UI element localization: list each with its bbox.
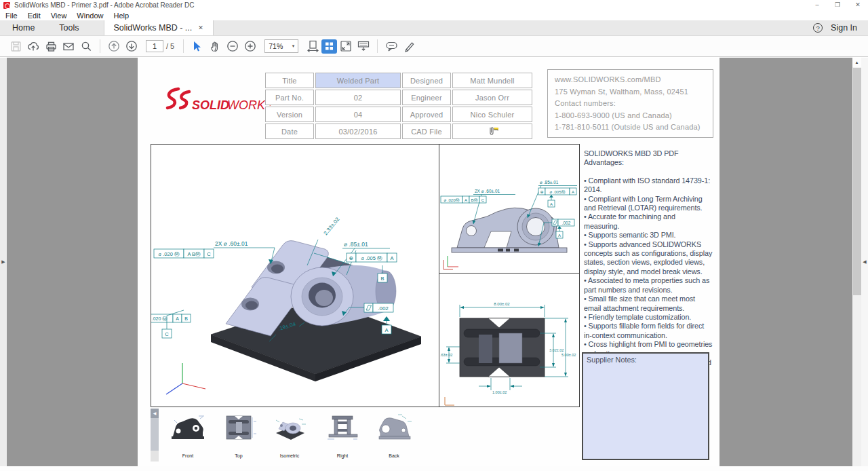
contact-url[interactable]: www.SOLIDWORKS.com/MBD (555, 74, 706, 86)
fullscreen-icon[interactable] (337, 38, 355, 54)
zoom-in-icon[interactable] (241, 38, 259, 54)
left-panel-strip[interactable]: ▶ (0, 58, 7, 466)
thumbnail-top[interactable] (220, 412, 258, 446)
svg-text:⌀ .005Ⓜ: ⌀ .005Ⓜ (550, 190, 566, 194)
tab-document[interactable]: SolidWorks MBD - ... ✕ (104, 20, 214, 35)
advantage-bullet: • Compliant with Long Term Archiving and… (584, 195, 713, 213)
side-datum-a: A (550, 202, 553, 206)
svg-text:.002: .002 (562, 221, 571, 225)
svg-text:C: C (481, 198, 485, 202)
side-hole-callout: 2X ⌀ .60±.01 (475, 189, 500, 193)
title-label: Title (265, 73, 314, 88)
share-upload-icon[interactable] (24, 38, 42, 54)
search-icon[interactable] (77, 38, 95, 54)
acrobat-app-icon (3, 2, 10, 9)
thumbnail-right[interactable] (323, 412, 361, 446)
tab-tools[interactable]: Tools (47, 20, 91, 35)
cad-file-label: CAD File (402, 124, 451, 139)
menu-view[interactable]: View (51, 12, 67, 20)
previous-page-icon[interactable] (105, 38, 123, 54)
fit-width-icon[interactable] (304, 38, 321, 54)
save-icon[interactable] (7, 38, 24, 54)
menu-file[interactable]: File (5, 12, 18, 20)
svg-text:B: B (184, 316, 188, 321)
cad-file-attachment[interactable] (452, 124, 532, 139)
next-page-icon[interactable] (123, 38, 140, 54)
page-display-mode-icon[interactable] (321, 39, 337, 54)
side-view[interactable]: 2X ⌀ .60±.01 ⌀ .020Ⓜ A BⓂ C ⌀ .85±.01 (439, 144, 580, 274)
thumbnail-scroll-thumb[interactable] (151, 418, 159, 451)
main-3d-view[interactable]: 2X ⌀ .60±.01 ⌀ .020 Ⓜ A BⓂ C 2.33±.02 ⌀ … (151, 144, 439, 407)
page-number-input[interactable] (146, 40, 163, 52)
thumbnail-label-top: Top (220, 453, 258, 458)
pdf-page: SOLID WORKS Title Welded Part Designed M… (138, 58, 719, 466)
main-datum-a: A (384, 327, 388, 333)
svg-text:.020 Ⓜ: .020 Ⓜ (152, 316, 167, 321)
help-icon[interactable]: ? (813, 23, 823, 33)
collapse-right-panel-icon[interactable]: ◀ (863, 259, 866, 265)
thumbnail-scroll-track[interactable] (151, 418, 159, 461)
advantages-heading: SOLIDWORKS MBD 3D PDF Advantages: (584, 149, 713, 168)
side-boss-fcf: ⊕ ⌀ .005Ⓜ A (538, 188, 576, 195)
sign-in-button[interactable]: Sign In (831, 23, 857, 33)
top-view[interactable]: 8.00±.02 3.02±.02 5.00±.02 .63±.02 1.00±… (439, 273, 580, 407)
main-boss-fcf: ⊕ ⌀ .005 Ⓜ A (347, 253, 397, 262)
contact-phone-intl: 1-781-810-5011 (Outside US and Canada) (555, 121, 706, 134)
toolbar-divider (183, 39, 184, 53)
scroll-up-icon[interactable]: ▲ (852, 58, 861, 67)
thumbnail-label-isometric: Isometric (271, 453, 309, 458)
version-label: Version (265, 107, 314, 122)
advantage-bullet: • Compliant with ISO standard 14739-1: 2… (584, 176, 713, 195)
zoom-level-dropdown[interactable]: 71% ▾ (264, 39, 298, 53)
toolbar-divider (377, 39, 378, 53)
thumbnail-scroll-left-icon[interactable]: ◀ (151, 409, 159, 418)
advantages-text: SOLIDWORKS MBD 3D PDF Advantages: • Comp… (584, 149, 713, 367)
advantage-bullet: • Supports fillable form fields for dire… (584, 322, 713, 340)
vertical-scrollbar[interactable]: ▲ (852, 58, 861, 466)
thumbnail-label-front: Front (169, 453, 207, 458)
highlighter-icon[interactable] (400, 38, 418, 54)
expand-left-panel-icon[interactable]: ▶ (1, 259, 5, 265)
print-icon[interactable] (42, 38, 60, 54)
tab-document-label: SolidWorks MBD - ... (114, 23, 193, 33)
side-hole-fcf: ⌀ .020Ⓜ A BⓂ C (441, 196, 486, 203)
svg-text:BⓂ: BⓂ (471, 198, 477, 202)
zoom-out-icon[interactable] (224, 38, 241, 54)
tab-home[interactable]: Home (0, 20, 47, 35)
hand-tool-icon[interactable] (206, 38, 224, 54)
thumbnail-back[interactable] (375, 412, 413, 446)
supplier-notes-field[interactable]: Supplier Notes: (582, 352, 709, 460)
main-width-dim: 2.33±.02 (323, 216, 341, 236)
supplier-notes-label: Supplier Notes: (587, 356, 637, 364)
title-value-field[interactable]: Welded Part (315, 73, 401, 88)
svg-text:A: A (176, 316, 179, 321)
svg-text:A BⓂ: A BⓂ (187, 251, 201, 257)
thumbnail-scrollbar[interactable]: ◀ (151, 409, 159, 461)
menu-edit[interactable]: Edit (28, 12, 41, 20)
advantage-bullet: • Associated to meta properties such as … (584, 276, 713, 295)
coordinate-triad-icon (448, 256, 458, 267)
title-block-table: Title Welded Part Designed Matt Mundell … (265, 73, 532, 139)
main-hole-fcf: ⌀ .020 Ⓜ A BⓂ C (154, 249, 214, 258)
menu-help[interactable]: Help (113, 12, 129, 20)
advantage-bullet: • Friendly template customization. (584, 313, 713, 322)
right-panel-strip[interactable]: ◀ (861, 58, 868, 466)
menu-window[interactable]: Window (77, 12, 103, 20)
restore-button[interactable]: ❐ (827, 0, 848, 10)
comment-icon[interactable] (382, 38, 400, 54)
presentation-mode-icon[interactable] (355, 38, 372, 54)
window-bottom-strip (0, 466, 868, 471)
tab-close-icon[interactable]: ✕ (198, 24, 203, 31)
contact-heading: Contact numbers: (555, 98, 706, 110)
close-button[interactable]: ✕ (848, 0, 868, 10)
acrobat-window: SolidWorks MBD - Primer 3.pdf - Adobe Ac… (0, 0, 868, 471)
svg-text:A: A (465, 198, 467, 202)
main-front-fcf: .020 Ⓜ A B (151, 314, 191, 322)
engineer-label: Engineer (402, 90, 451, 105)
thumbnail-isometric[interactable] (271, 412, 309, 446)
select-tool-icon[interactable] (189, 38, 206, 54)
thumbnail-front[interactable] (169, 412, 207, 446)
minimize-button[interactable]: – (807, 0, 827, 10)
top-left-dim: .63±.02 (440, 353, 452, 357)
email-icon[interactable] (60, 38, 77, 54)
